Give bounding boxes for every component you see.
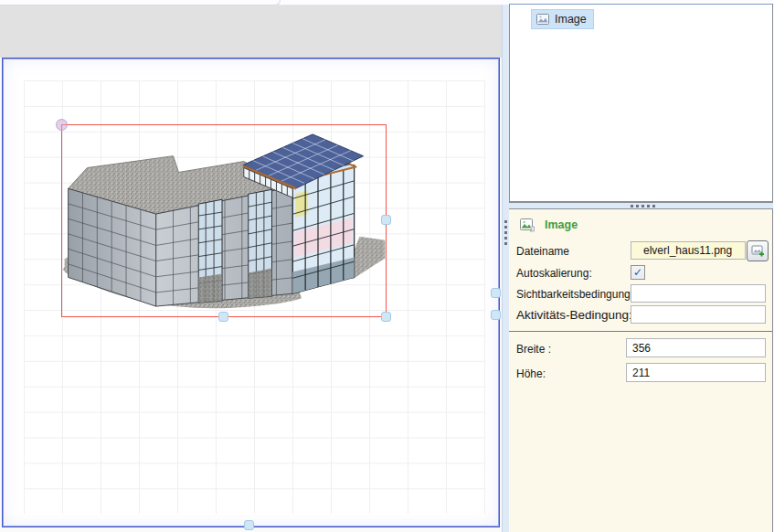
breite-input[interactable] bbox=[626, 338, 766, 357]
autoskalierung-label: Autoskalierung: bbox=[516, 267, 592, 280]
dateiname-label: Dateiname bbox=[516, 245, 569, 258]
selection-handle-bottom-center[interactable] bbox=[218, 312, 228, 322]
app-window: Image Image Dateiname Aut bbox=[0, 0, 774, 532]
image-icon bbox=[535, 12, 550, 27]
toolbox-item-image[interactable]: Image bbox=[531, 9, 594, 29]
building-3d-render bbox=[62, 125, 386, 316]
designer-area bbox=[0, 5, 502, 532]
sichtbarkeitsbedingung-label: Sichtbarkeitsbedingung: bbox=[516, 288, 633, 301]
aktivitaets-bedingung-label: Aktivitäts-Bedingung: bbox=[516, 308, 632, 322]
breite-label: Breite : bbox=[516, 343, 551, 356]
hoehe-input[interactable] bbox=[626, 363, 766, 382]
properties-title: Image bbox=[545, 218, 578, 231]
toolbox-panel: Image bbox=[509, 4, 773, 202]
properties-header: Image bbox=[519, 217, 578, 233]
selection-handle-right-middle[interactable] bbox=[381, 215, 391, 225]
aktivitaets-bedingung-input[interactable] bbox=[631, 305, 766, 324]
horizontal-splitter[interactable] bbox=[509, 202, 773, 209]
selection-handle-top-left[interactable] bbox=[56, 119, 68, 131]
hoehe-label: Höhe: bbox=[516, 367, 546, 380]
form-handle-right-lower[interactable] bbox=[491, 310, 501, 320]
add-image-icon bbox=[751, 244, 765, 258]
canvas-margin-top bbox=[0, 5, 502, 58]
form-handle-bottom-center[interactable] bbox=[244, 520, 254, 530]
dateiname-input[interactable] bbox=[631, 241, 746, 260]
form-handle-right-middle[interactable] bbox=[491, 288, 501, 298]
splitter-grip-icon bbox=[504, 220, 507, 245]
form-canvas[interactable] bbox=[2, 58, 500, 527]
checkmark-icon: ✓ bbox=[633, 266, 642, 279]
image-file-icon bbox=[519, 217, 535, 233]
selected-image-widget[interactable] bbox=[61, 124, 387, 317]
browse-image-button[interactable] bbox=[747, 240, 769, 261]
properties-panel: Image Dateiname Autoskalierung: ✓ Sichtb… bbox=[509, 209, 773, 532]
section-divider bbox=[509, 331, 772, 332]
toolbox-item-label: Image bbox=[555, 13, 587, 26]
selection-handle-bottom-right[interactable] bbox=[381, 312, 391, 322]
sichtbarkeitsbedingung-input[interactable] bbox=[631, 284, 766, 303]
autoskalierung-checkbox[interactable]: ✓ bbox=[631, 265, 645, 280]
splitter-grip-icon bbox=[631, 205, 655, 207]
